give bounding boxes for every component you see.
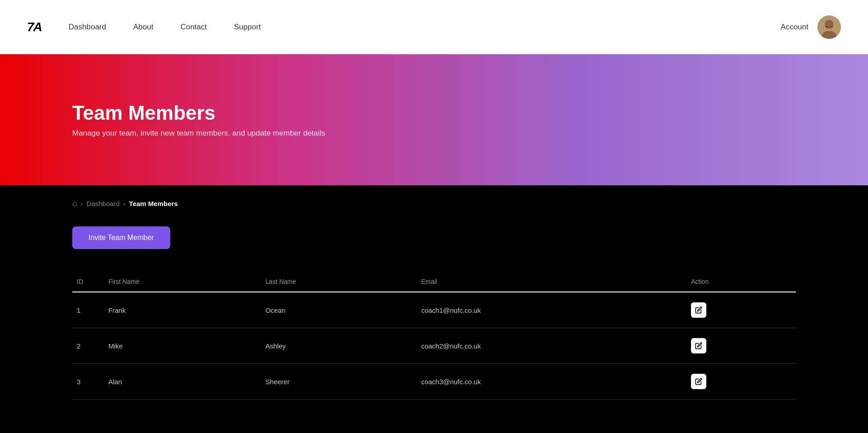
edit-button-2[interactable]	[691, 338, 706, 353]
hero-title: Team Members	[72, 102, 796, 124]
cell-id: 3	[72, 364, 108, 400]
nav-link-contact[interactable]: Contact	[180, 23, 207, 31]
svg-rect-4	[831, 26, 833, 27]
cell-id: 2	[72, 328, 108, 364]
breadcrumb-dashboard-link[interactable]: Dashboard	[87, 200, 120, 207]
table-body: 1 Frank Ocean coach1@nufc.co.uk 2 Mike A…	[72, 292, 796, 400]
cell-email: coach3@nufc.co.uk	[421, 364, 691, 400]
nav-item-dashboard[interactable]: Dashboard	[69, 23, 106, 32]
nav-link-support[interactable]: Support	[234, 23, 261, 31]
edit-button-3[interactable]	[691, 374, 706, 389]
team-members-table: ID First Name Last Name Email Action 1 F…	[72, 272, 796, 400]
cell-action	[691, 364, 796, 400]
cell-last-name: Ashley	[266, 328, 421, 364]
breadcrumb-sep-1: ›	[81, 200, 83, 207]
navbar: 7A Dashboard About Contact Support Accou…	[0, 0, 868, 54]
cell-action	[691, 292, 796, 328]
svg-rect-3	[826, 26, 828, 27]
cell-first-name: Frank	[108, 292, 266, 328]
invite-team-member-button[interactable]: Invite Team Member	[72, 226, 170, 249]
cell-first-name: Alan	[108, 364, 266, 400]
cell-email: coach2@nufc.co.uk	[421, 328, 691, 364]
table-row: 3 Alan Sheerer coach3@nufc.co.uk	[72, 364, 796, 400]
cell-last-name: Sheerer	[266, 364, 421, 400]
col-header-last-name: Last Name	[266, 272, 421, 292]
navbar-right: Account	[781, 15, 841, 39]
cell-action	[691, 328, 796, 364]
cell-last-name: Ocean	[266, 292, 421, 328]
hero-subtitle: Manage your team, invite new team member…	[72, 129, 796, 138]
nav-item-support[interactable]: Support	[234, 23, 261, 32]
table-row: 1 Frank Ocean coach1@nufc.co.uk	[72, 292, 796, 328]
col-header-first-name: First Name	[108, 272, 266, 292]
logo[interactable]: 7A	[27, 20, 42, 34]
col-header-email: Email	[421, 272, 691, 292]
cell-id: 1	[72, 292, 108, 328]
navbar-left: 7A Dashboard About Contact Support	[27, 20, 261, 34]
table-row: 2 Mike Ashley coach2@nufc.co.uk	[72, 328, 796, 364]
breadcrumb-current: Team Members	[129, 200, 178, 207]
cell-email: coach1@nufc.co.uk	[421, 292, 691, 328]
table-header: ID First Name Last Name Email Action	[72, 272, 796, 292]
nav-link-about[interactable]: About	[133, 23, 153, 31]
col-header-action: Action	[691, 272, 796, 292]
nav-item-contact[interactable]: Contact	[180, 23, 207, 32]
breadcrumb: ⌂ › Dashboard › Team Members	[72, 199, 796, 208]
edit-button-1[interactable]	[691, 302, 706, 318]
avatar[interactable]	[817, 15, 841, 39]
hero-section: Team Members Manage your team, invite ne…	[0, 54, 868, 185]
nav-item-about[interactable]: About	[133, 23, 153, 32]
cell-first-name: Mike	[108, 328, 266, 364]
col-header-id: ID	[72, 272, 108, 292]
avatar-image	[817, 15, 841, 39]
breadcrumb-sep-2: ›	[123, 200, 126, 207]
home-icon[interactable]: ⌂	[72, 199, 77, 208]
svg-point-1	[825, 20, 834, 29]
content-area: ⌂ › Dashboard › Team Members Invite Team…	[0, 185, 868, 427]
nav-link-dashboard[interactable]: Dashboard	[69, 23, 106, 31]
account-label[interactable]: Account	[781, 23, 808, 32]
nav-links: Dashboard About Contact Support	[69, 23, 261, 32]
